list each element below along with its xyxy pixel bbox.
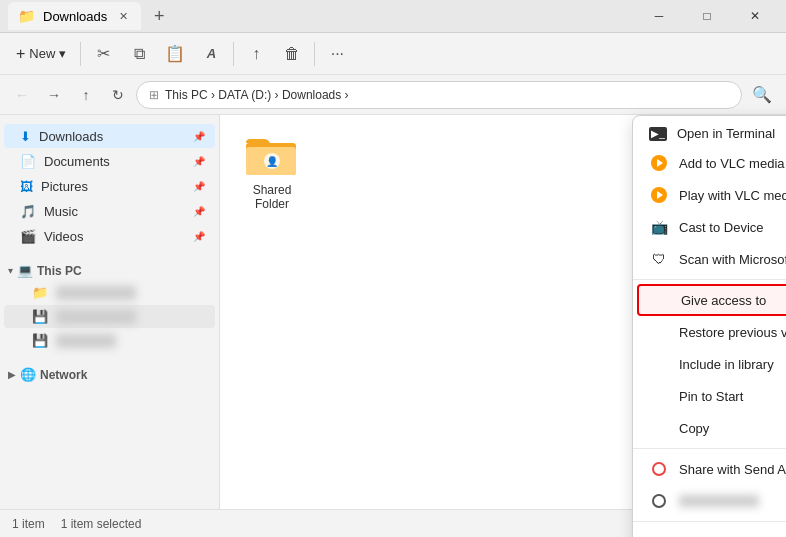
more-button[interactable]: ···: [321, 38, 353, 70]
ctx-label-pin-start: Pin to Start: [679, 389, 743, 404]
network-icon: 🌐: [20, 367, 36, 382]
ctx-pin-start[interactable]: Pin to Start: [633, 380, 786, 412]
ctx-label-scan-defender: Scan with Microsoft Defender...: [679, 252, 786, 267]
refresh-button[interactable]: ↻: [104, 81, 132, 109]
vlc-icon-play: [649, 185, 669, 205]
item-count: 1 item: [12, 517, 45, 531]
pin-icon-documents: 📌: [191, 153, 207, 169]
item-selected: 1 item selected: [61, 517, 142, 531]
network-label: Network: [40, 368, 87, 382]
rename-button[interactable]: A: [195, 38, 227, 70]
tab-label: Downloads: [43, 9, 107, 24]
sub-item-2-label: [56, 310, 136, 324]
ctx-add-vlc-playlist[interactable]: Add to VLC media player's Playlist: [633, 147, 786, 179]
up-button[interactable]: ↑: [72, 81, 100, 109]
main-layout: ⬇ Downloads 📌 📄 Documents 📌 🖼 Pictures 📌…: [0, 115, 786, 509]
content-area: 👤 → Shared Folder ▶_ Open in Terminal: [220, 115, 786, 509]
window-controls: ─ □ ✕: [636, 0, 778, 33]
ctx-label-restore-versions: Restore previous versions: [679, 325, 786, 340]
minimize-button[interactable]: ─: [636, 0, 682, 33]
toolbar: + New ▾ ✂ ⧉ 📋 A ↑ 🗑 ···: [0, 33, 786, 75]
ctx-scan-defender[interactable]: 🛡 Scan with Microsoft Defender...: [633, 243, 786, 275]
tab-folder-icon: 📁: [18, 8, 35, 24]
tab-close-button[interactable]: ✕: [115, 8, 131, 24]
sidebar-label-pictures: Pictures: [41, 179, 183, 194]
cut-button[interactable]: ✂: [87, 38, 119, 70]
downloads-icon: ⬇: [20, 129, 31, 144]
sub-item-3-icon: 💾: [32, 333, 48, 348]
sub-item-1-label: [56, 286, 136, 300]
address-bar: ← → ↑ ↻ ⊞ This PC › DATA (D:) › Download…: [0, 75, 786, 115]
share-button[interactable]: ↑: [240, 38, 272, 70]
ctx-label-add-vlc-playlist: Add to VLC media player's Playlist: [679, 156, 786, 171]
context-menu: ▶_ Open in Terminal Add to VLC media pla…: [632, 115, 786, 537]
svg-text:→: →: [267, 154, 278, 166]
sidebar-label-music: Music: [44, 204, 183, 219]
sub-item-2-icon: 💾: [32, 309, 48, 324]
pin-icon-music: 📌: [191, 203, 207, 219]
pin-icon-videos: 📌: [191, 228, 207, 244]
address-input[interactable]: ⊞ This PC › DATA (D:) › Downloads ›: [136, 81, 742, 109]
ctx-label-cast-device: Cast to Device: [679, 220, 764, 235]
network-section[interactable]: ▶ 🌐 Network: [0, 361, 219, 384]
new-button[interactable]: + New ▾: [8, 41, 74, 67]
ctx-label-blurred: [679, 495, 759, 507]
sidebar-sub-item-2[interactable]: 💾: [4, 305, 215, 328]
ctx-send-to[interactable]: Send to ›: [633, 526, 786, 537]
title-bar: 📁 Downloads ✕ + ─ □ ✕: [0, 0, 786, 33]
blurred-item-icon: [649, 491, 669, 511]
pin-icon-pictures: 📌: [191, 178, 207, 194]
documents-icon: 📄: [20, 154, 36, 169]
new-tab-button[interactable]: +: [145, 2, 173, 30]
ctx-open-terminal[interactable]: ▶_ Open in Terminal: [633, 120, 786, 147]
shared-folder-item[interactable]: 👤 → Shared Folder: [232, 127, 312, 219]
music-icon: 🎵: [20, 204, 36, 219]
toolbar-separator-1: [80, 42, 81, 66]
send-anywhere-icon: [649, 459, 669, 479]
ctx-share-send[interactable]: Share with Send Anywhere: [633, 453, 786, 485]
videos-icon: 🎬: [20, 229, 36, 244]
pictures-icon: 🖼: [20, 179, 33, 194]
this-pc-section[interactable]: ▾ 💻 This PC: [0, 257, 219, 280]
back-button[interactable]: ←: [8, 81, 36, 109]
ctx-copy-top[interactable]: Copy: [633, 412, 786, 444]
sidebar-item-pictures[interactable]: 🖼 Pictures 📌: [4, 174, 215, 198]
folder-icon: 👤 →: [246, 135, 298, 177]
toolbar-separator-3: [314, 42, 315, 66]
maximize-button[interactable]: □: [684, 0, 730, 33]
sidebar: ⬇ Downloads 📌 📄 Documents 📌 🖼 Pictures 📌…: [0, 115, 220, 509]
ctx-restore-versions[interactable]: Restore previous versions: [633, 316, 786, 348]
close-button[interactable]: ✕: [732, 0, 778, 33]
ctx-label-copy-top: Copy: [679, 421, 709, 436]
ctx-include-library[interactable]: Include in library ›: [633, 348, 786, 380]
ctx-label-play-vlc: Play with VLC media player: [679, 188, 786, 203]
sidebar-label-documents: Documents: [44, 154, 183, 169]
pin-icon-downloads: 📌: [191, 128, 207, 144]
sidebar-item-music[interactable]: 🎵 Music 📌: [4, 199, 215, 223]
sidebar-label-downloads: Downloads: [39, 129, 183, 144]
sidebar-sub-item-1[interactable]: 📁: [4, 281, 215, 304]
active-tab[interactable]: 📁 Downloads ✕: [8, 2, 141, 30]
library-icon: [649, 354, 669, 374]
sidebar-item-videos[interactable]: 🎬 Videos 📌: [4, 224, 215, 248]
sidebar-sub-item-3[interactable]: 💾: [4, 329, 215, 352]
ctx-play-vlc[interactable]: Play with VLC media player: [633, 179, 786, 211]
ctx-blurred-item[interactable]: [633, 485, 786, 517]
paste-button[interactable]: 📋: [159, 38, 191, 70]
search-button[interactable]: 🔍: [746, 79, 778, 111]
ctx-sep-3: [633, 521, 786, 522]
new-dropdown-arrow: ▾: [59, 46, 66, 61]
sub-item-3-label: [56, 334, 116, 348]
sidebar-item-downloads[interactable]: ⬇ Downloads 📌: [4, 124, 215, 148]
copy-button[interactable]: ⧉: [123, 38, 155, 70]
ctx-label-give-access: Give access to: [681, 293, 766, 308]
forward-button[interactable]: →: [40, 81, 68, 109]
network-arrow: ▶: [8, 369, 16, 380]
ctx-cast-device[interactable]: 📺 Cast to Device ›: [633, 211, 786, 243]
sidebar-item-documents[interactable]: 📄 Documents 📌: [4, 149, 215, 173]
delete-button[interactable]: 🗑: [276, 38, 308, 70]
send-to-icon: [649, 532, 669, 537]
this-pc-arrow: ▾: [8, 265, 13, 276]
folder-label: Shared Folder: [240, 183, 304, 211]
ctx-give-access[interactable]: Give access to ›: [637, 284, 786, 316]
